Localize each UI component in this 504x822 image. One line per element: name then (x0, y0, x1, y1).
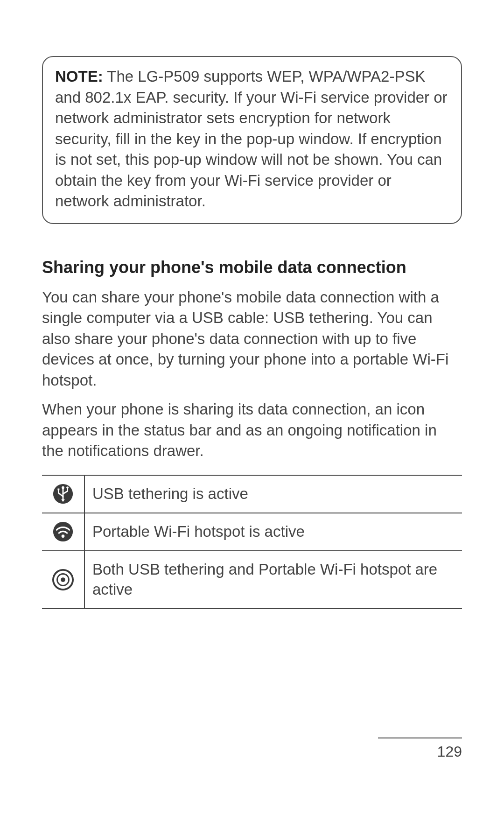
table-row: Both USB tethering and Portable Wi-Fi ho… (42, 551, 462, 609)
svg-point-10 (61, 577, 65, 582)
svg-point-4 (66, 487, 69, 489)
section-heading: Sharing your phone's mobile data connect… (42, 257, 462, 279)
icon-description: Both USB tethering and Portable Wi-Fi ho… (84, 551, 462, 609)
table-row: Portable Wi-Fi hotspot is active (42, 513, 462, 551)
icon-description: USB tethering is active (84, 475, 462, 513)
section-paragraph-2: When your phone is sharing its data conn… (42, 399, 462, 462)
both-active-icon (42, 551, 84, 609)
note-label: NOTE: (55, 68, 103, 85)
note-box: NOTE: The LG-P509 supports WEP, WPA/WPA2… (42, 56, 462, 224)
page-number: 129 (378, 743, 462, 760)
status-icon-table: USB tethering is active Portable Wi-Fi h… (42, 475, 462, 609)
table-row: USB tethering is active (42, 475, 462, 513)
wifi-hotspot-icon (42, 513, 84, 551)
svg-rect-3 (58, 489, 60, 491)
usb-tethering-icon (42, 475, 84, 513)
page-number-area: 129 (378, 738, 462, 760)
manual-page: NOTE: The LG-P509 supports WEP, WPA/WPA2… (42, 56, 462, 609)
svg-point-7 (62, 535, 65, 538)
icon-description: Portable Wi-Fi hotspot is active (84, 513, 462, 551)
svg-point-2 (62, 486, 64, 489)
section-paragraph-1: You can share your phone's mobile data c… (42, 287, 462, 391)
page-number-rule (378, 738, 462, 738)
note-text: The LG-P509 supports WEP, WPA/WPA2-PSK a… (55, 68, 448, 210)
